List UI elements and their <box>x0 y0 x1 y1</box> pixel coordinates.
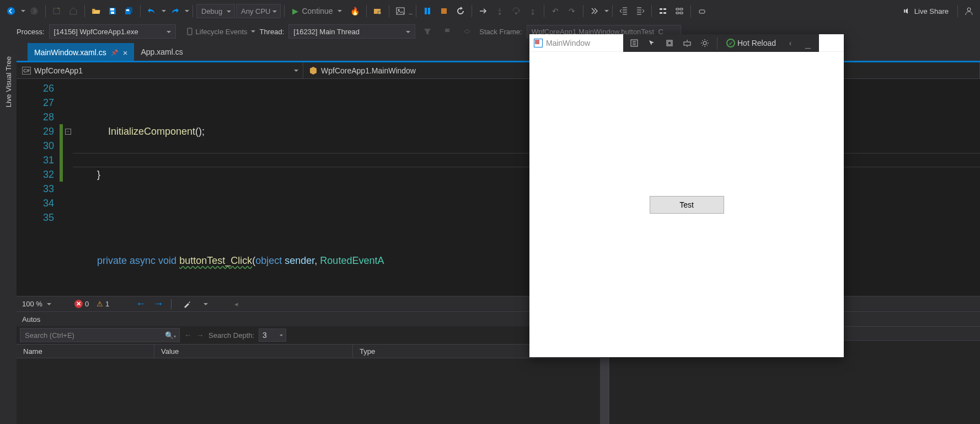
svg-point-23 <box>703 41 706 45</box>
app-title: MainWindow <box>546 39 590 47</box>
fold-toggle[interactable]: − <box>65 129 71 135</box>
hot-reload-status[interactable]: ✓ Hot Reload <box>722 39 780 47</box>
continue-button[interactable]: ▶ Continue <box>288 3 346 19</box>
scrollbar[interactable] <box>600 358 609 424</box>
restart-icon[interactable] <box>453 3 468 19</box>
stop-icon[interactable] <box>436 3 452 19</box>
pause-icon[interactable] <box>420 3 435 19</box>
nav-next-icon[interactable]: → <box>153 298 163 310</box>
select-element-icon[interactable] <box>644 36 660 50</box>
undo-icon[interactable] <box>144 3 159 19</box>
close-icon[interactable]: × <box>123 48 128 57</box>
running-app-window[interactable]: MainWindow Test <box>529 34 844 357</box>
show-next-icon[interactable] <box>475 3 491 19</box>
fold-column: − <box>63 79 73 296</box>
svg-rect-18 <box>188 28 192 35</box>
image-icon[interactable] <box>393 3 408 19</box>
lifecycle-events-button[interactable]: Lifecycle Events <box>186 28 255 36</box>
svg-rect-16 <box>699 10 705 13</box>
check-icon: ✓ <box>726 39 735 47</box>
left-tool-rail: Live Visual Tree <box>0 41 17 328</box>
layout-adorners-icon[interactable] <box>662 36 677 50</box>
code-content[interactable]: InitializeComponent(); } private async v… <box>73 79 980 296</box>
error-icon: ✕ <box>74 300 83 308</box>
uncomment-icon[interactable] <box>672 3 687 19</box>
indent-more-icon[interactable] <box>633 3 648 19</box>
flag-icon[interactable] <box>440 24 455 39</box>
stack-frame-label: Stack Frame: <box>479 28 522 36</box>
collapse-icon[interactable]: ‹ <box>783 36 798 50</box>
save-icon[interactable] <box>105 3 120 19</box>
search-prev-icon[interactable]: ← <box>184 331 192 340</box>
col-name[interactable]: Name <box>17 344 154 358</box>
thread-label: Thread: <box>260 28 285 36</box>
autos-body[interactable] <box>17 358 609 424</box>
col-value[interactable]: Value <box>154 344 353 358</box>
breadcrumb-project[interactable]: C# WpfCoreApp1 <box>17 62 303 78</box>
threads-icon[interactable] <box>459 24 475 39</box>
app-icon <box>534 39 543 47</box>
test-button[interactable]: Test <box>650 196 724 214</box>
warning-count[interactable]: ⚠1 <box>97 300 109 308</box>
step-into-icon[interactable] <box>492 3 507 19</box>
bookmark-icon[interactable] <box>694 3 710 19</box>
nav-back-icon[interactable] <box>3 3 19 19</box>
pin-icon[interactable]: 📌 <box>111 49 119 56</box>
app-client-area[interactable]: Test <box>529 52 844 357</box>
svg-rect-12 <box>441 8 447 14</box>
dropdown-caret-icon[interactable] <box>185 10 189 14</box>
home-icon[interactable] <box>66 3 81 19</box>
comment-icon[interactable] <box>655 3 671 19</box>
autos-panel: Autos ▾ 📍 ✕ Search (Ctrl+E) 🔍▾ ← → Searc… <box>17 311 609 424</box>
search-next-icon[interactable]: → <box>196 331 204 340</box>
svg-rect-3 <box>110 8 114 10</box>
csharp-icon: C# <box>22 67 31 75</box>
process-dropdown[interactable]: [14156] WpfCoreApp1.exe <box>49 24 176 39</box>
track-focus-icon[interactable] <box>679 36 695 50</box>
config-dropdown[interactable]: Debug <box>196 4 235 18</box>
minimize-icon[interactable]: _ <box>800 36 816 50</box>
platform-dropdown[interactable]: Any CPU <box>236 4 281 18</box>
filter-icon[interactable] <box>420 24 435 39</box>
scroll-left-icon[interactable]: ◂ <box>234 300 238 308</box>
step-out-icon[interactable] <box>525 3 540 19</box>
autos-search-input[interactable]: Search (Ctrl+E) 🔍▾ <box>20 328 180 342</box>
settings-icon[interactable] <box>697 36 713 50</box>
hot-reload-icon[interactable]: 🔥 <box>347 3 363 19</box>
thread-dropdown[interactable]: [16232] Main Thread <box>288 24 415 39</box>
goto-live-tree-icon[interactable] <box>626 36 642 50</box>
svg-rect-4 <box>111 12 114 14</box>
tab-appxaml[interactable]: App.xaml.cs <box>134 43 189 61</box>
svg-point-1 <box>30 7 38 15</box>
svg-rect-5 <box>126 9 129 11</box>
dropdown-caret-icon[interactable] <box>162 10 166 14</box>
intellicode-icon[interactable] <box>587 3 602 19</box>
step-over-icon[interactable] <box>508 3 524 19</box>
dropdown-caret-icon[interactable] <box>604 10 609 14</box>
redo2-icon: ↷ <box>564 3 580 19</box>
brush-icon[interactable] <box>179 296 195 312</box>
new-project-icon[interactable] <box>49 3 65 19</box>
dropdown-caret-icon[interactable] <box>338 10 342 14</box>
folder-search-icon[interactable] <box>370 3 385 19</box>
error-count[interactable]: ✕0 <box>74 300 89 308</box>
live-share-button[interactable]: Live Share <box>897 7 954 15</box>
save-all-icon[interactable] <box>121 3 137 19</box>
process-label: Process: <box>17 28 45 36</box>
tab-mainwindow[interactable]: MainWindow.xaml.cs 📌 × <box>28 43 134 61</box>
nav-prev-icon[interactable]: ← <box>136 298 146 310</box>
dropdown-caret-icon[interactable] <box>21 10 25 14</box>
search-icon[interactable]: 🔍▾ <box>165 331 176 340</box>
continue-label: Continue <box>302 7 333 15</box>
zoom-dropdown[interactable]: 100 % <box>22 300 51 308</box>
svg-rect-22 <box>684 42 690 45</box>
warning-icon: ⚠ <box>97 300 103 308</box>
xaml-debug-toolbar[interactable]: ✓ Hot Reload ‹ _ <box>623 34 819 52</box>
indent-less-icon[interactable] <box>616 3 631 19</box>
open-file-icon[interactable] <box>88 3 104 19</box>
class-icon <box>309 66 318 75</box>
live-visual-tree-tab[interactable]: Live Visual Tree <box>4 52 13 112</box>
search-depth-input[interactable]: 3 <box>259 328 286 342</box>
user-icon[interactable] <box>961 3 977 19</box>
redo-icon[interactable] <box>167 3 183 19</box>
